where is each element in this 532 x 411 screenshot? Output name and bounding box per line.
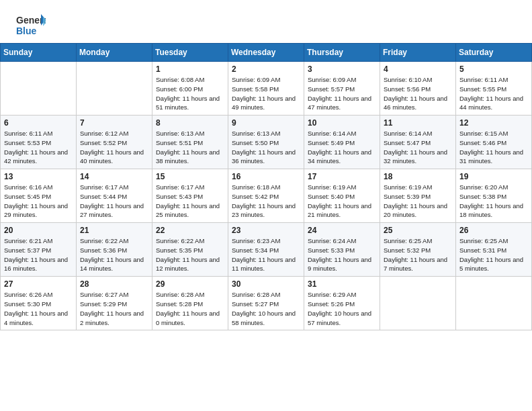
daylight-label: Daylight: 10 hours and 57 minutes. (308, 310, 371, 326)
day-number: 11 (384, 118, 452, 128)
cell-content: Sunrise: 6:22 AMSunset: 5:36 PMDaylight:… (80, 236, 148, 273)
calendar-cell: 30Sunrise: 6:28 AMSunset: 5:27 PMDayligh… (228, 277, 304, 330)
daylight-label: Daylight: 11 hours and 2 minutes. (80, 310, 144, 326)
calendar-cell: 31Sunrise: 6:29 AMSunset: 5:26 PMDayligh… (304, 277, 380, 330)
cell-content: Sunrise: 6:28 AMSunset: 5:28 PMDaylight:… (156, 290, 224, 327)
cell-content: Sunrise: 6:27 AMSunset: 5:29 PMDaylight:… (80, 290, 148, 327)
day-number: 27 (4, 279, 73, 289)
calendar-cell (456, 277, 532, 330)
calendar-cell: 21Sunrise: 6:22 AMSunset: 5:36 PMDayligh… (77, 223, 152, 277)
cell-content: Sunrise: 6:11 AMSunset: 5:55 PMDaylight:… (459, 75, 528, 112)
calendar-week-1: 1Sunrise: 6:08 AMSunset: 6:00 PMDaylight… (1, 62, 532, 116)
sunset-label: Sunset: 6:00 PM (156, 85, 203, 93)
sunset-label: Sunset: 5:38 PM (459, 193, 506, 200)
weekday-header-row: SundayMondayTuesdayWednesdayThursdayFrid… (1, 44, 532, 62)
sunset-label: Sunset: 5:46 PM (459, 139, 506, 146)
sunrise-label: Sunrise: 6:13 AM (232, 130, 280, 137)
day-number: 7 (80, 118, 148, 128)
weekday-header-monday: Monday (77, 44, 152, 62)
daylight-label: Daylight: 11 hours and 44 minutes. (459, 95, 523, 111)
daylight-label: Daylight: 11 hours and 0 minutes. (156, 310, 220, 326)
day-number: 17 (308, 172, 376, 181)
cell-content: Sunrise: 6:17 AMSunset: 5:44 PMDaylight:… (80, 183, 148, 220)
sunset-label: Sunset: 5:56 PM (384, 85, 431, 93)
sunrise-label: Sunrise: 6:25 AM (384, 237, 432, 244)
cell-content: Sunrise: 6:09 AMSunset: 5:58 PMDaylight:… (232, 75, 300, 112)
daylight-label: Daylight: 11 hours and 42 minutes. (4, 148, 68, 165)
sunrise-label: Sunrise: 6:19 AM (384, 183, 432, 191)
sunrise-label: Sunrise: 6:26 AM (4, 291, 52, 298)
day-number: 18 (384, 172, 452, 181)
day-number: 8 (156, 118, 224, 128)
logo-svg: General Blue (16, 12, 46, 38)
calendar-cell: 26Sunrise: 6:25 AMSunset: 5:31 PMDayligh… (456, 223, 532, 277)
sunset-label: Sunset: 5:45 PM (4, 193, 51, 200)
sunrise-label: Sunrise: 6:09 AM (232, 76, 280, 83)
calendar-cell: 28Sunrise: 6:27 AMSunset: 5:29 PMDayligh… (77, 277, 152, 330)
calendar-cell: 14Sunrise: 6:17 AMSunset: 5:44 PMDayligh… (77, 169, 152, 223)
sunset-label: Sunset: 5:51 PM (156, 139, 203, 146)
day-number: 24 (308, 226, 376, 235)
sunset-label: Sunset: 5:52 PM (80, 139, 127, 146)
day-number: 16 (232, 172, 300, 181)
daylight-label: Daylight: 11 hours and 38 minutes. (156, 148, 220, 165)
day-number: 6 (4, 118, 73, 128)
sunrise-label: Sunrise: 6:09 AM (308, 76, 356, 83)
day-number: 28 (80, 279, 148, 289)
day-number: 19 (459, 172, 528, 181)
cell-content: Sunrise: 6:11 AMSunset: 5:53 PMDaylight:… (4, 129, 73, 166)
calendar-week-2: 6Sunrise: 6:11 AMSunset: 5:53 PMDaylight… (1, 116, 532, 169)
cell-content: Sunrise: 6:13 AMSunset: 5:50 PMDaylight:… (232, 129, 300, 166)
weekday-header-thursday: Thursday (304, 44, 380, 62)
day-number: 29 (156, 279, 224, 289)
day-number: 2 (232, 64, 300, 74)
sunset-label: Sunset: 5:55 PM (459, 85, 506, 93)
calendar-cell: 29Sunrise: 6:28 AMSunset: 5:28 PMDayligh… (152, 277, 228, 330)
calendar-cell: 17Sunrise: 6:19 AMSunset: 5:40 PMDayligh… (304, 169, 380, 223)
daylight-label: Daylight: 11 hours and 21 minutes. (308, 202, 371, 219)
sunrise-label: Sunrise: 6:19 AM (308, 183, 356, 191)
calendar-cell: 2Sunrise: 6:09 AMSunset: 5:58 PMDaylight… (228, 62, 304, 116)
sunset-label: Sunset: 5:36 PM (80, 246, 127, 254)
day-number: 20 (4, 226, 73, 235)
daylight-label: Daylight: 11 hours and 18 minutes. (459, 202, 523, 219)
day-number: 15 (156, 172, 224, 181)
calendar-cell: 6Sunrise: 6:11 AMSunset: 5:53 PMDaylight… (1, 116, 77, 169)
daylight-label: Daylight: 11 hours and 46 minutes. (384, 95, 447, 111)
day-number: 21 (80, 226, 148, 235)
page-header: General Blue (0, 0, 532, 43)
cell-content: Sunrise: 6:15 AMSunset: 5:46 PMDaylight:… (459, 129, 528, 166)
sunrise-label: Sunrise: 6:17 AM (80, 183, 128, 191)
day-number: 10 (308, 118, 376, 128)
sunrise-label: Sunrise: 6:28 AM (232, 291, 280, 298)
daylight-label: Daylight: 11 hours and 51 minutes. (156, 95, 220, 111)
cell-content: Sunrise: 6:25 AMSunset: 5:31 PMDaylight:… (459, 236, 528, 273)
sunrise-label: Sunrise: 6:11 AM (4, 130, 52, 137)
calendar-cell: 7Sunrise: 6:12 AMSunset: 5:52 PMDaylight… (77, 116, 152, 169)
svg-text:Blue: Blue (16, 26, 37, 36)
day-number: 1 (156, 64, 224, 74)
calendar-week-4: 20Sunrise: 6:21 AMSunset: 5:37 PMDayligh… (1, 223, 532, 277)
calendar-cell: 20Sunrise: 6:21 AMSunset: 5:37 PMDayligh… (1, 223, 77, 277)
cell-content: Sunrise: 6:16 AMSunset: 5:45 PMDaylight:… (4, 183, 73, 220)
day-number: 14 (80, 172, 148, 181)
sunrise-label: Sunrise: 6:20 AM (459, 183, 508, 191)
cell-content: Sunrise: 6:17 AMSunset: 5:43 PMDaylight:… (156, 183, 224, 220)
sunrise-label: Sunrise: 6:10 AM (384, 76, 432, 83)
calendar-cell: 3Sunrise: 6:09 AMSunset: 5:57 PMDaylight… (304, 62, 380, 116)
daylight-label: Daylight: 11 hours and 4 minutes. (4, 310, 68, 326)
cell-content: Sunrise: 6:22 AMSunset: 5:35 PMDaylight:… (156, 236, 224, 273)
cell-content: Sunrise: 6:10 AMSunset: 5:56 PMDaylight:… (384, 75, 452, 112)
calendar-cell: 8Sunrise: 6:13 AMSunset: 5:51 PMDaylight… (152, 116, 228, 169)
day-number: 12 (459, 118, 528, 128)
daylight-label: Daylight: 11 hours and 20 minutes. (384, 202, 447, 219)
day-number: 22 (156, 226, 224, 235)
calendar-cell (1, 62, 77, 116)
day-number: 9 (232, 118, 300, 128)
calendar-cell: 11Sunrise: 6:14 AMSunset: 5:47 PMDayligh… (380, 116, 456, 169)
sunrise-label: Sunrise: 6:27 AM (80, 291, 128, 298)
sunrise-label: Sunrise: 6:28 AM (156, 291, 204, 298)
sunset-label: Sunset: 5:26 PM (308, 300, 355, 308)
sunrise-label: Sunrise: 6:15 AM (459, 130, 508, 137)
sunrise-label: Sunrise: 6:18 AM (232, 183, 280, 191)
